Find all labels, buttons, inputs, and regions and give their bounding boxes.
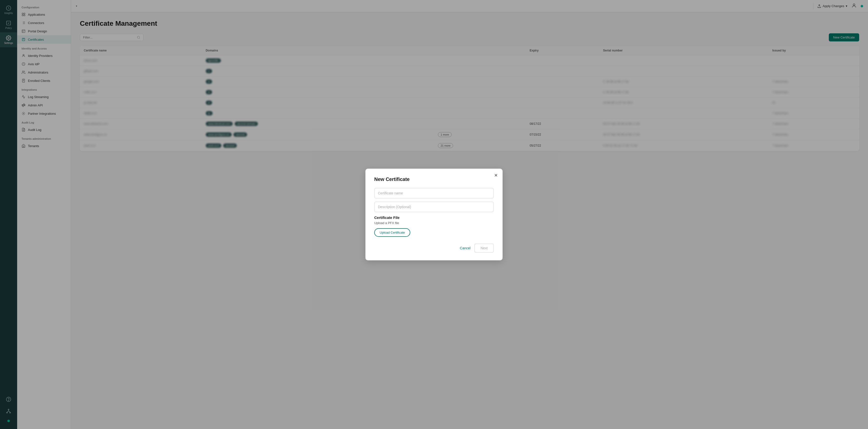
- modal-title: New Certificate: [374, 176, 494, 182]
- certificate-name-input[interactable]: [374, 188, 494, 198]
- cancel-button[interactable]: Cancel: [460, 246, 471, 250]
- modal-footer: Cancel Next: [374, 244, 494, 253]
- modal-overlay[interactable]: New Certificate Certificate File Upload …: [0, 0, 868, 429]
- modal-close-button[interactable]: [494, 173, 498, 179]
- new-certificate-modal: New Certificate Certificate File Upload …: [365, 169, 503, 260]
- cert-file-label: Certificate File: [374, 216, 494, 220]
- cert-file-sub: Upload a PFX file: [374, 221, 494, 225]
- upload-certificate-button[interactable]: Upload Certificate: [374, 228, 410, 237]
- next-button[interactable]: Next: [474, 244, 494, 253]
- description-input[interactable]: [374, 202, 494, 212]
